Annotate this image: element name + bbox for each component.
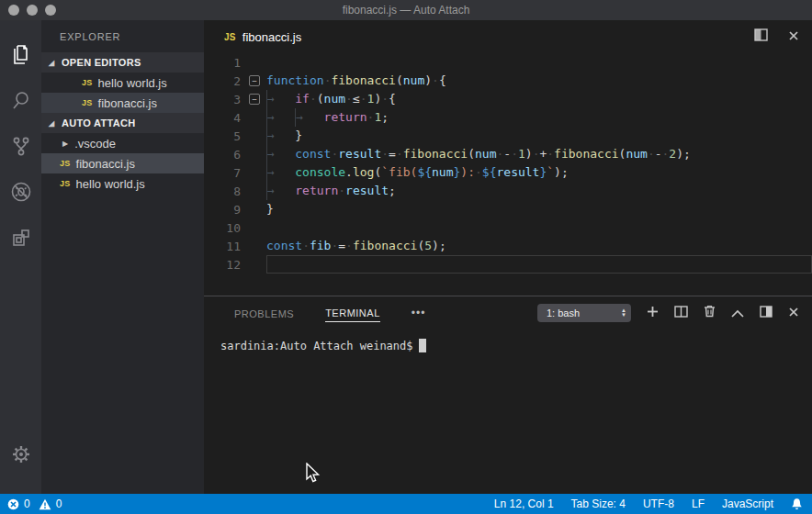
item-label: fibonacci.js bbox=[98, 96, 157, 110]
code-token: 2 bbox=[669, 147, 676, 161]
code-token: const bbox=[295, 147, 331, 161]
explorer-icon[interactable] bbox=[0, 31, 41, 77]
line-number: 3 bbox=[204, 93, 242, 106]
search-icon[interactable] bbox=[0, 77, 41, 123]
section-header-auto-attach[interactable]: ◢AUTO ATTACH bbox=[41, 113, 204, 133]
code-text bbox=[266, 218, 812, 237]
toggle-panel-icon[interactable] bbox=[760, 305, 773, 321]
code-token: { bbox=[439, 73, 446, 87]
terminal-select[interactable]: 1: bash ▲▼ bbox=[537, 304, 631, 322]
terminal-prompt: sardinia:Auto Attach weinand$ bbox=[220, 340, 413, 352]
code-token: if bbox=[295, 92, 310, 106]
panel-tab-problems[interactable]: PROBLEMS bbox=[234, 305, 294, 322]
title-bar: fibonacci.js — Auto Attach bbox=[0, 0, 812, 20]
code-token: ≤ bbox=[353, 92, 360, 106]
code-token: fibonacci bbox=[353, 239, 417, 252]
code-token: ): bbox=[460, 165, 475, 179]
new-terminal-icon[interactable] bbox=[647, 305, 659, 321]
settings-gear-icon[interactable] bbox=[0, 431, 41, 477]
select-arrows-icon: ▲▼ bbox=[621, 308, 626, 318]
sidebar-section-auto-attach: ◢AUTO ATTACH▶.vscodeJSfibonacci.jsJShell… bbox=[41, 113, 204, 194]
fold-collapse-icon[interactable]: − bbox=[249, 94, 260, 105]
line-number: 2 bbox=[204, 74, 242, 88]
kill-terminal-icon[interactable] bbox=[704, 305, 716, 321]
item-label: hello world.js bbox=[98, 76, 167, 90]
status-item[interactable]: JavaScript bbox=[722, 497, 773, 510]
split-editor-icon[interactable] bbox=[754, 28, 768, 45]
code-line[interactable]: 12 bbox=[204, 255, 812, 274]
code-line[interactable]: 4→→return·1; bbox=[204, 108, 812, 127]
fold-gutter[interactable]: − bbox=[242, 75, 266, 86]
panel-more-actions[interactable]: ••• bbox=[412, 307, 426, 319]
js-file-icon: JS bbox=[82, 98, 93, 107]
tree-item-file[interactable]: JSfibonacci.js bbox=[41, 93, 204, 113]
code-token: ; bbox=[389, 184, 396, 197]
code-token: function bbox=[266, 73, 324, 87]
code-token: ) bbox=[424, 73, 432, 87]
code-token: - bbox=[503, 147, 511, 161]
split-terminal-icon[interactable] bbox=[674, 305, 688, 321]
code-line[interactable]: 3−→if·(num·≤·1)·{ bbox=[204, 90, 812, 108]
code-editor[interactable]: 12−function·fibonacci(num)·{3−→if·(num·≤… bbox=[204, 53, 812, 296]
tree-item-file[interactable]: JShello world.js bbox=[41, 173, 204, 194]
sidebar-title: EXPLORER bbox=[41, 20, 204, 52]
terminal-output[interactable]: sardinia:Auto Attach weinand$ bbox=[204, 330, 812, 494]
whitespace-dot: · bbox=[511, 147, 518, 161]
status-item[interactable]: Ln 12, Col 1 bbox=[494, 497, 554, 510]
status-item[interactable]: LF bbox=[692, 497, 705, 510]
code-token: `fib( bbox=[381, 165, 417, 179]
editor-tab[interactable]: JS fibonacci.js bbox=[204, 20, 812, 53]
problems-status[interactable]: 0 0 bbox=[0, 497, 62, 510]
code-token: ; bbox=[439, 239, 446, 252]
folder-collapsed-icon: ▶ bbox=[62, 140, 68, 148]
terminal-select-value: 1: bash bbox=[547, 307, 580, 318]
whitespace-dot: · bbox=[396, 147, 403, 161]
warnings-icon bbox=[39, 498, 51, 510]
extensions-icon[interactable] bbox=[0, 215, 41, 261]
close-panel-icon[interactable] bbox=[788, 305, 799, 321]
tree-item-file[interactable]: JShello world.js bbox=[41, 73, 204, 93]
code-token: ( bbox=[317, 92, 324, 106]
line-number: 8 bbox=[204, 184, 242, 198]
code-token: } bbox=[295, 128, 302, 142]
panel-tab-bar: PROBLEMSTERMINAL ••• 1: bash ▲▼ bbox=[204, 296, 812, 330]
whitespace-dot: · bbox=[547, 147, 554, 161]
whitespace-dot: · bbox=[338, 184, 345, 197]
code-line[interactable]: 1 bbox=[204, 53, 812, 72]
section-header-open-editors[interactable]: ◢OPEN EDITORS bbox=[41, 52, 204, 73]
code-line[interactable]: 7→console.log(`fib(${num}):·${result}`); bbox=[204, 163, 812, 182]
code-line[interactable]: 6→const·result·=·fibonacci(num·-·1)·+·fi… bbox=[204, 145, 812, 163]
fold-gutter[interactable]: − bbox=[242, 94, 266, 105]
code-token: ; bbox=[381, 110, 389, 124]
js-file-icon: JS bbox=[224, 32, 236, 42]
code-token: result bbox=[496, 165, 539, 179]
whitespace-dot: · bbox=[345, 239, 353, 252]
code-line[interactable]: 11const·fib·=·fibonacci(5); bbox=[204, 237, 812, 255]
code-text: function·fibonacci(num)·{ bbox=[266, 72, 812, 90]
debug-icon[interactable] bbox=[0, 169, 41, 215]
code-line[interactable]: 10 bbox=[204, 218, 812, 237]
section-label: OPEN EDITORS bbox=[62, 57, 141, 68]
fold-collapse-icon[interactable]: − bbox=[249, 75, 260, 86]
tree-item-folder[interactable]: ▶.vscode bbox=[41, 133, 204, 153]
notifications-bell-icon[interactable] bbox=[791, 497, 803, 510]
status-item[interactable]: Tab Size: 4 bbox=[571, 497, 626, 510]
source-control-icon[interactable] bbox=[0, 123, 41, 169]
code-token: ) bbox=[525, 147, 533, 161]
whitespace-dot: · bbox=[360, 92, 367, 106]
panel-tab-terminal[interactable]: TERMINAL bbox=[325, 304, 380, 322]
code-line[interactable]: 8→return·result; bbox=[204, 182, 812, 200]
code-token: { bbox=[389, 92, 396, 106]
maximize-panel-icon[interactable] bbox=[731, 305, 744, 321]
code-text: →if·(num·≤·1)·{ bbox=[266, 90, 812, 108]
line-number: 6 bbox=[204, 148, 242, 162]
item-label: hello world.js bbox=[76, 177, 145, 191]
code-line[interactable]: 9} bbox=[204, 200, 812, 218]
status-item[interactable]: UTF-8 bbox=[643, 497, 674, 510]
code-line[interactable]: 2−function·fibonacci(num)·{ bbox=[204, 72, 812, 90]
code-line[interactable]: 5→} bbox=[204, 127, 812, 145]
close-editor-icon[interactable] bbox=[788, 28, 799, 45]
code-token: ) bbox=[432, 239, 439, 252]
code-token: const bbox=[266, 239, 302, 252]
tree-item-file[interactable]: JSfibonacci.js bbox=[41, 153, 204, 173]
